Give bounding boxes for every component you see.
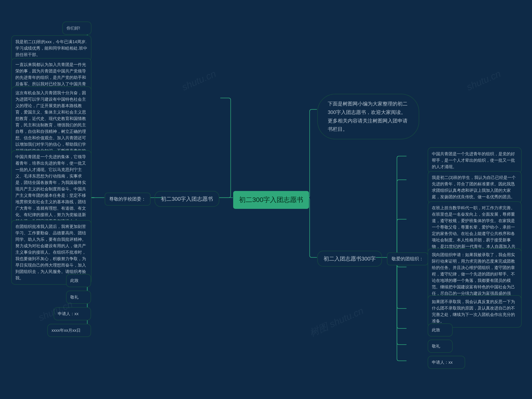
left-leaf-1[interactable]: 我是初二(1)班的xxx，今年已满14周岁.学习成绩优秀，能和同学和睦相处.班中…: [11, 35, 91, 61]
right-leaf-6-text: 敬礼: [432, 344, 440, 348]
right-leaf-2-text: 在班上担当数学科代一职，对工作力求完善。在班里也是一名奋发向上，全面发展，尊师重…: [432, 206, 515, 255]
right-leaf-4[interactable]: 如果团不录取我，我会认真反复的反思一下为什么团不录取我的原因，及认真改进自己的不…: [428, 295, 522, 328]
right-branch-sub[interactable]: 敬爱的团组织：: [387, 252, 428, 265]
left-leaf-1-text: 我是初二(1)班的xxx，今年已满14周岁.学习成绩优秀，能和同学和睦相处.班中…: [15, 39, 87, 57]
right-leaf-7-text: 申请人：xx: [432, 360, 453, 365]
intro-text: 下面是树图网小编为大家整理的初二300字入团志愿书，欢迎大家阅读。更多相关内容请…: [328, 101, 407, 132]
left-title-text: 初二300字入团志愿书: [161, 196, 213, 202]
right-leaf-0[interactable]: 中国共青团是一个先进青年的组织，是党的好帮手，是一个人才辈出的组织，使一批又一批…: [428, 147, 522, 173]
right-leaf-3-text: 我向团组织申请：如果我被录取了，我会用实际行动来证明，用力求完善的态度来完成团教…: [432, 252, 515, 302]
left-leaf-9-text: xxxx年xx月xx日: [51, 328, 81, 332]
left-leaf-4-text: 中国共青团是一个先进的集体，它领导着青年，培养出先进的青年，使一批又一批的人才涌…: [15, 154, 86, 230]
root-node[interactable]: 初二300字入团志愿书: [233, 191, 309, 209]
right-leaf-5[interactable]: 此致: [428, 323, 453, 337]
watermark: 树图 shutu.cn: [307, 304, 366, 340]
left-leaf-0-text: 你们好!: [66, 26, 80, 30]
left-leaf-8[interactable]: 申请人：xx: [54, 307, 91, 320]
intro-node[interactable]: 下面是树图网小编为大家整理的初二300字入团志愿书，欢迎大家阅读。更多相关内容请…: [317, 94, 419, 139]
left-leaf-6-text: 此致: [70, 278, 79, 283]
left-leaf-9[interactable]: xxxx年xx月xx日: [47, 324, 91, 337]
left-leaf-6[interactable]: 此致: [66, 274, 91, 287]
right-leaf-6[interactable]: 敬礼: [428, 340, 453, 353]
right-title-text: 初二入团志愿书300字: [323, 256, 376, 262]
right-branch-title[interactable]: 初二入团志愿书300字: [317, 251, 382, 267]
left-sub-text: 尊敬的学校团委：: [109, 196, 146, 202]
right-leaf-5-text: 此致: [432, 328, 440, 332]
right-leaf-7[interactable]: 申请人：xx: [428, 356, 465, 369]
right-leaf-4-text: 如果团不录取我，我会认真反复的反思一下为什么团不录取我的原因，及认真改进自己的不…: [432, 299, 515, 323]
left-leaf-0[interactable]: 你们好!: [62, 22, 91, 35]
left-leaf-7[interactable]: 敬礼: [66, 291, 91, 304]
watermark: shutu.cn: [180, 68, 218, 93]
left-leaf-5-text: 在团组织批准我入团后，我将更加刻苦学习、工作要勤奋、品德要高尚、团结同学、助人为…: [15, 224, 86, 280]
left-leaf-8-text: 申请人：xx: [58, 311, 79, 316]
left-branch-sub[interactable]: 尊敬的学校团委：: [105, 193, 151, 206]
left-branch-title[interactable]: 初二300字入团志愿书: [155, 191, 219, 207]
right-leaf-1-text: 我是初二(3)班的学生，我认为自己已经是一个先进的青年，符合了团的标准要求。因此…: [432, 175, 516, 199]
root-title: 初二300字入团志愿书: [239, 196, 303, 203]
left-leaf-7-text: 敬礼: [70, 295, 79, 299]
right-sub-text: 敬爱的团组织：: [392, 256, 424, 261]
right-leaf-0-text: 中国共青团是一个先进青年的组织，是党的好帮手，是一个人才辈出的组织，使一批又一批…: [432, 152, 515, 169]
right-leaf-1[interactable]: 我是初二(3)班的学生，我认为自己已经是一个先进的青年，符合了团的标准要求。因此…: [428, 171, 522, 203]
watermark: shutu.cn: [465, 68, 502, 93]
